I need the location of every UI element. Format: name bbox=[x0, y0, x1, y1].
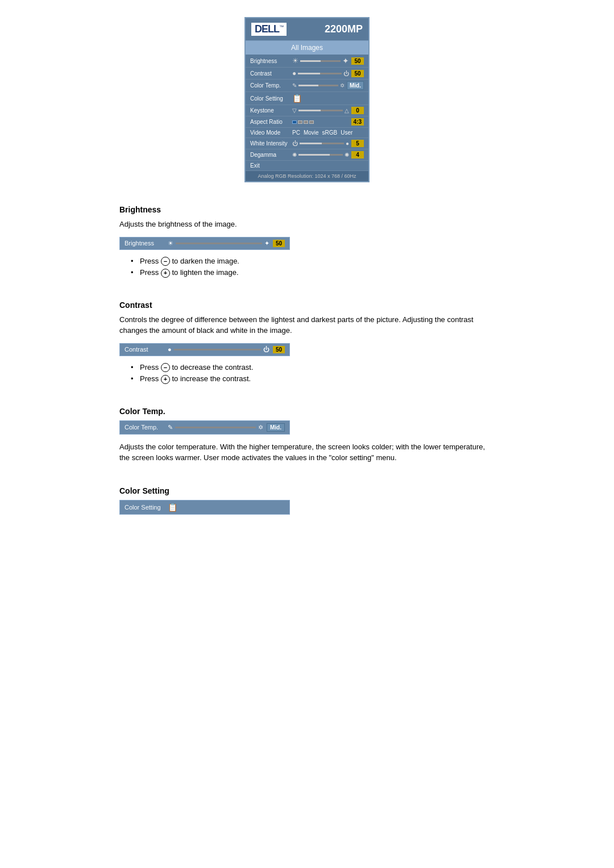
contrast-slider-area: ● ⏻ bbox=[292, 69, 349, 77]
contrast-mini-slider-area: ● ⏻ bbox=[168, 346, 269, 353]
keystone-min-icon: ▽ bbox=[292, 107, 297, 114]
video-mode-movie[interactable]: Movie bbox=[304, 130, 319, 136]
degamma-min-icon: ✺ bbox=[292, 152, 297, 158]
osd-header: DELL™ 2200MP bbox=[246, 18, 368, 41]
degamma-value: 4 bbox=[351, 151, 364, 158]
osd-row-brightness[interactable]: Brightness ☀ ✦ 50 bbox=[246, 55, 368, 68]
degamma-slider-area: ✺ ✺ bbox=[292, 152, 349, 158]
brightness-bullet-2-text: to lighten the image. bbox=[172, 268, 238, 277]
brightness-section-desc: Adjusts the brightness of the image. bbox=[119, 219, 495, 230]
color-temp-max-icon: ✡ bbox=[340, 82, 345, 89]
brightness-mini-max-icon: ✦ bbox=[264, 240, 269, 247]
color-temp-mini-min-icon: ✎ bbox=[168, 424, 173, 431]
contrast-bullet-1-text: to decrease the contrast. bbox=[172, 363, 253, 372]
osd-footer: Analog RGB Resolution: 1024 x 768 / 60Hz bbox=[246, 171, 368, 181]
osd-row-keystone[interactable]: Keystone ▽ △ 0 bbox=[246, 105, 368, 116]
contrast-bullet-2: Press + to increase the contrast. bbox=[131, 374, 495, 384]
trademark: ™ bbox=[279, 24, 283, 30]
brightness-fill bbox=[300, 60, 321, 62]
aspect-ratio-area bbox=[292, 120, 349, 124]
color-temp-mini-osd: Color Temp. ✎ ✡ Mid. bbox=[119, 420, 290, 435]
contrast-mini-value: 50 bbox=[273, 346, 285, 353]
osd-submenu-label: All Images bbox=[246, 41, 368, 55]
brightness-mini-track bbox=[176, 243, 262, 244]
keystone-slider-area: ▽ △ bbox=[292, 107, 349, 114]
brightness-mini-slider-area: ☀ ✦ bbox=[168, 240, 269, 247]
osd-row-color-temp[interactable]: Color Temp. ✎ ✡ Mid. bbox=[246, 80, 368, 92]
color-setting-mini-label: Color Setting bbox=[125, 504, 164, 511]
aspect-block-1 bbox=[292, 120, 297, 124]
minus-button-1[interactable]: − bbox=[161, 257, 170, 266]
keystone-track bbox=[298, 110, 343, 111]
white-intensity-min-icon: ⏻ bbox=[292, 140, 298, 147]
aspect-ratio-value: 4:3 bbox=[351, 118, 364, 126]
white-intensity-slider-area: ⏻ ● bbox=[292, 140, 349, 147]
brightness-value: 50 bbox=[351, 57, 364, 65]
minus-button-2[interactable]: − bbox=[161, 363, 170, 372]
color-temp-mini-max-icon: ✡ bbox=[258, 424, 263, 431]
video-mode-label: Video Mode bbox=[250, 130, 290, 136]
contrast-max-icon: ⏻ bbox=[343, 70, 349, 77]
brightness-mini-value: 50 bbox=[273, 240, 285, 247]
osd-row-aspect-ratio[interactable]: Aspect Ratio 4:3 bbox=[246, 116, 368, 128]
section-brightness: Brightness Adjusts the brightness of the… bbox=[119, 205, 495, 278]
aspect-icons bbox=[292, 120, 314, 124]
contrast-mini-max-icon: ⏻ bbox=[263, 346, 269, 353]
osd-row-video-mode[interactable]: Video Mode PC Movie sRGB User bbox=[246, 128, 368, 138]
brightness-track bbox=[300, 60, 341, 62]
osd-row-contrast[interactable]: Contrast ● ⏻ 50 bbox=[246, 68, 368, 80]
osd-row-white-intensity[interactable]: White Intensity ⏻ ● 5 bbox=[246, 138, 368, 149]
osd-menu: DELL™ 2200MP All Images Brightness ☀ ✦ 5… bbox=[244, 17, 370, 182]
degamma-track bbox=[298, 154, 343, 156]
contrast-mini-osd: Contrast ● ⏻ 50 bbox=[119, 343, 290, 356]
aspect-block-4 bbox=[309, 120, 314, 124]
color-setting-section-title: Color Setting bbox=[119, 486, 495, 495]
keystone-label: Keystone bbox=[250, 107, 290, 114]
white-intensity-track bbox=[300, 143, 344, 144]
color-temp-label: Color Temp. bbox=[250, 82, 290, 89]
aspect-ratio-label: Aspect Ratio bbox=[250, 119, 290, 125]
contrast-bullet-list: Press − to decrease the contrast. Press … bbox=[119, 363, 495, 384]
brightness-mini-label: Brightness bbox=[125, 240, 164, 247]
white-intensity-max-icon: ● bbox=[346, 140, 349, 147]
color-temp-fill bbox=[298, 85, 318, 86]
white-intensity-label: White Intensity bbox=[250, 140, 290, 147]
exit-label: Exit bbox=[250, 162, 290, 169]
contrast-bullet-2-text: to increase the contrast. bbox=[172, 374, 251, 383]
contrast-value: 50 bbox=[351, 70, 364, 77]
main-content: Brightness Adjusts the brightness of the… bbox=[102, 205, 512, 537]
brightness-bullet-2: Press + to lighten the image. bbox=[131, 268, 495, 278]
white-intensity-value: 5 bbox=[351, 140, 364, 147]
white-intensity-fill bbox=[300, 143, 322, 144]
color-temp-mini-label: Color Temp. bbox=[125, 424, 164, 431]
color-setting-mini-area: 📋 bbox=[168, 503, 285, 512]
contrast-bullet-1: Press − to decrease the contrast. bbox=[131, 363, 495, 373]
color-temp-value: Mid. bbox=[347, 81, 364, 90]
plus-button-2[interactable]: + bbox=[161, 375, 170, 384]
osd-row-exit[interactable]: Exit bbox=[246, 161, 368, 171]
contrast-section-title: Contrast bbox=[119, 301, 495, 310]
brightness-slider-area: ☀ ✦ bbox=[292, 56, 349, 65]
brightness-bullet-1: Press − to darken the image. bbox=[131, 257, 495, 266]
contrast-mini-track bbox=[174, 349, 261, 350]
video-mode-pc[interactable]: PC bbox=[292, 130, 300, 136]
color-temp-mini-value: Mid. bbox=[267, 423, 285, 432]
osd-row-color-setting[interactable]: Color Setting 📋 bbox=[246, 92, 368, 105]
brightness-min-icon: ☀ bbox=[292, 57, 298, 65]
color-setting-mini-icon: 📋 bbox=[168, 503, 177, 512]
contrast-mini-label: Contrast bbox=[125, 346, 164, 353]
contrast-min-icon: ● bbox=[292, 69, 296, 77]
video-mode-srgb[interactable]: sRGB bbox=[322, 130, 338, 136]
color-setting-label: Color Setting bbox=[250, 95, 290, 102]
brightness-bullet-list: Press − to darken the image. Press + to … bbox=[119, 257, 495, 278]
video-mode-user[interactable]: User bbox=[341, 130, 352, 136]
plus-button-1[interactable]: + bbox=[161, 269, 170, 278]
model-name: 2200MP bbox=[325, 23, 363, 35]
contrast-label: Contrast bbox=[250, 70, 290, 77]
dell-logo: DELL™ bbox=[251, 23, 287, 36]
color-temp-mini-slider-area: ✎ ✡ bbox=[168, 424, 263, 431]
osd-row-degamma[interactable]: Degamma ✺ ✺ 4 bbox=[246, 149, 368, 161]
brightness-max-icon: ✦ bbox=[342, 56, 349, 65]
brightness-mini-min-icon: ☀ bbox=[168, 240, 173, 247]
keystone-value: 0 bbox=[351, 107, 364, 114]
